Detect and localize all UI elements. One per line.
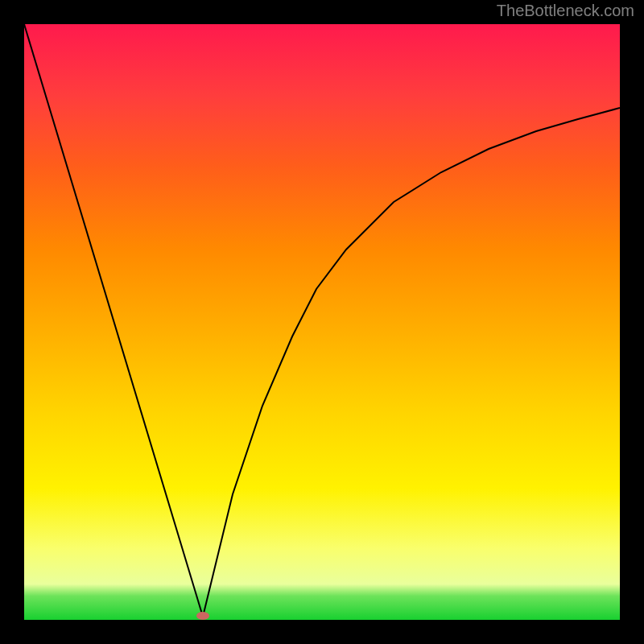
plot-area	[24, 24, 620, 620]
chart-frame: TheBottleneck.com left-branch right-bran…	[0, 0, 644, 644]
watermark-text: TheBottleneck.com	[497, 2, 634, 20]
series-left-name: left-branch	[0, 0, 1, 1]
curve-layer	[24, 24, 620, 620]
minimum-marker-dot	[196, 612, 209, 620]
right-branch-curve	[203, 108, 620, 617]
chart-type: line	[0, 0, 1, 1]
series-right-name: right-branch	[0, 0, 1, 1]
left-branch-line	[24, 24, 203, 617]
